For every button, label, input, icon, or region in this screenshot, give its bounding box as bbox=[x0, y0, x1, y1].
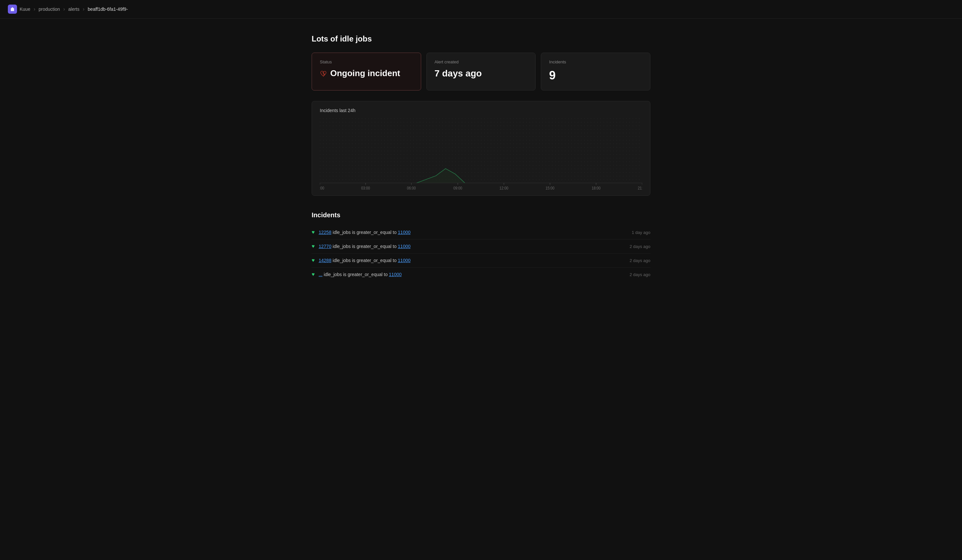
incident-id-link-4[interactable]: ... bbox=[319, 272, 323, 277]
breadcrumb-kuue[interactable]: Kuue bbox=[19, 6, 31, 12]
incident-left-3: ♥ 14288 idle_jobs is greater_or_equal to… bbox=[312, 257, 411, 263]
status-text: Ongoing incident bbox=[330, 68, 400, 79]
incident-time-2: 2 days ago bbox=[629, 244, 650, 249]
chart-section: Incidents last 24h bbox=[312, 101, 650, 196]
breadcrumb-production[interactable]: production bbox=[39, 6, 60, 12]
breadcrumb-current: beaff1db-6fa1-49f9- bbox=[88, 6, 128, 12]
chart-area: 00:00 03:00 06:00 09:00 12:00 15:00 18:0… bbox=[320, 118, 642, 190]
incidents-section-title: Incidents bbox=[312, 211, 650, 219]
table-row: ♥ 12258 idle_jobs is greater_or_equal to… bbox=[312, 225, 650, 240]
status-card: Status Ongoing incident bbox=[312, 53, 421, 90]
incident-text-4: ... idle_jobs is greater_or_equal to 110… bbox=[319, 272, 402, 277]
incidents-count-value: 9 bbox=[549, 68, 642, 82]
incidents-section: Incidents ♥ 12258 idle_jobs is greater_o… bbox=[312, 211, 650, 281]
svg-text:09:00: 09:00 bbox=[453, 186, 462, 190]
breadcrumb-alerts[interactable]: alerts bbox=[68, 6, 79, 12]
incidents-count-card: Incidents 9 bbox=[541, 53, 650, 90]
breadcrumb-separator-1: › bbox=[34, 6, 36, 12]
incident-threshold-link-1[interactable]: 11000 bbox=[398, 230, 411, 235]
incident-middle-text-1: idle_jobs is greater_or_equal to bbox=[333, 230, 398, 235]
status-card-label: Status bbox=[320, 60, 413, 64]
svg-rect-1 bbox=[320, 118, 642, 183]
incident-threshold-link-3[interactable]: 11000 bbox=[398, 258, 411, 263]
svg-text:12:00: 12:00 bbox=[499, 186, 508, 190]
incidents-chart: 00:00 03:00 06:00 09:00 12:00 15:00 18:0… bbox=[320, 118, 642, 190]
svg-text:06:00: 06:00 bbox=[407, 186, 416, 190]
table-row: ♥ 14288 idle_jobs is greater_or_equal to… bbox=[312, 254, 650, 267]
incident-left-2: ♥ 12770 idle_jobs is greater_or_equal to… bbox=[312, 243, 411, 249]
heart-icon-1: ♥ bbox=[312, 229, 315, 235]
incident-time-3: 2 days ago bbox=[629, 258, 650, 263]
svg-text:15:00: 15:00 bbox=[546, 186, 554, 190]
incident-id-link-1[interactable]: 12258 bbox=[319, 230, 332, 235]
alert-created-card: Alert created 7 days ago bbox=[426, 53, 536, 90]
incident-middle-text-3: idle_jobs is greater_or_equal to bbox=[333, 258, 398, 263]
incident-text-1: 12258 idle_jobs is greater_or_equal to 1… bbox=[319, 230, 411, 235]
incident-middle-text-4: idle_jobs is greater_or_equal to bbox=[324, 272, 389, 277]
breadcrumb-separator-2: › bbox=[63, 6, 65, 12]
main-content: Lots of idle jobs Status Ongoing inciden… bbox=[301, 19, 661, 297]
svg-text:21:00: 21:00 bbox=[638, 186, 642, 190]
chart-title: Incidents last 24h bbox=[320, 108, 642, 113]
heart-icon-3: ♥ bbox=[312, 257, 315, 263]
incident-middle-text-2: idle_jobs is greater_or_equal to bbox=[333, 244, 398, 249]
incidents-count-label: Incidents bbox=[549, 60, 642, 64]
heart-broken-icon bbox=[320, 70, 327, 77]
alert-created-value: 7 days ago bbox=[434, 68, 528, 79]
app-logo[interactable] bbox=[8, 5, 17, 14]
heart-icon-2: ♥ bbox=[312, 243, 315, 249]
table-row: ♥ 12770 idle_jobs is greater_or_equal to… bbox=[312, 240, 650, 254]
table-row: ♥ ... idle_jobs is greater_or_equal to 1… bbox=[312, 267, 650, 281]
top-navigation: Kuue › production › alerts › beaff1db-6f… bbox=[0, 0, 962, 19]
incident-threshold-link-2[interactable]: 11000 bbox=[398, 244, 411, 249]
incident-left-1: ♥ 12258 idle_jobs is greater_or_equal to… bbox=[312, 229, 411, 235]
incident-time-1: 1 day ago bbox=[632, 230, 650, 235]
page-title: Lots of idle jobs bbox=[312, 34, 650, 43]
breadcrumb-separator-3: › bbox=[83, 6, 84, 12]
svg-text:03:00: 03:00 bbox=[361, 186, 370, 190]
incident-left-4: ♥ ... idle_jobs is greater_or_equal to 1… bbox=[312, 272, 402, 277]
svg-text:00:00: 00:00 bbox=[320, 186, 324, 190]
incident-id-link-2[interactable]: 12770 bbox=[319, 244, 332, 249]
incident-text-2: 12770 idle_jobs is greater_or_equal to 1… bbox=[319, 244, 411, 249]
cards-row: Status Ongoing incident Alert created 7 … bbox=[312, 53, 650, 90]
incident-time-4: 2 days ago bbox=[629, 272, 650, 277]
incident-id-link-3[interactable]: 14288 bbox=[319, 258, 332, 263]
incident-threshold-link-4[interactable]: 11000 bbox=[389, 272, 402, 277]
alert-created-label: Alert created bbox=[434, 60, 528, 64]
incident-text-3: 14288 idle_jobs is greater_or_equal to 1… bbox=[319, 258, 411, 263]
svg-text:18:00: 18:00 bbox=[592, 186, 600, 190]
heart-icon-4: ♥ bbox=[312, 272, 315, 277]
status-value: Ongoing incident bbox=[320, 68, 413, 79]
